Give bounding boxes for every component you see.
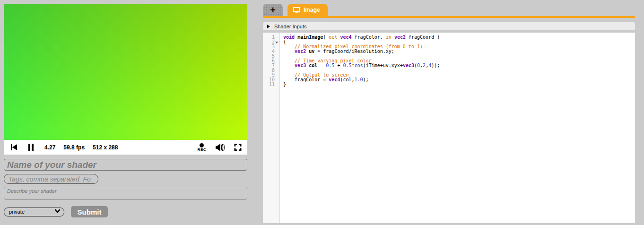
fullscreen-button[interactable]: [234, 144, 242, 151]
add-tab-button[interactable]: +: [263, 4, 283, 16]
shader-name-input[interactable]: [4, 159, 247, 171]
expand-arrow-icon: [267, 25, 270, 28]
tab-bar: + Image: [263, 4, 635, 16]
code-lines[interactable]: void mainImage( out vec4 fragColor, in v…: [280, 33, 635, 223]
description-textarea[interactable]: [4, 187, 247, 200]
code-line[interactable]: vec2 uv = fragCoord/iResolution.xy;: [283, 49, 635, 54]
shader-inputs-toggle[interactable]: Shader Inputs: [263, 22, 635, 30]
fold-arrow-icon[interactable]: [275, 42, 278, 43]
pause-icon: [28, 144, 34, 151]
tags-input[interactable]: [4, 174, 98, 184]
time-display: 4.27: [44, 144, 55, 151]
resolution-display: 512 x 288: [93, 144, 118, 151]
record-label: REC: [198, 148, 206, 152]
shader-canvas[interactable]: [4, 4, 247, 140]
shadertoy-new-shader-page: { "player": { "time": "4.27", "fps": "59…: [0, 0, 644, 225]
code-line[interactable]: vec3 col = 0.5 + 0.5*cos(iTime+uv.xyx+ve…: [283, 63, 635, 68]
code-line[interactable]: fragColor = vec4(col,1.0);: [283, 78, 635, 82]
visibility-select[interactable]: private: [4, 208, 64, 216]
code-editor[interactable]: 1234567891011 void mainImage( out vec4 f…: [263, 33, 635, 223]
tab-accent-bar: [263, 16, 635, 18]
player-bar: 4.27 59.8 fps 512 x 288 REC: [4, 140, 247, 155]
fps-display: 59.8 fps: [63, 144, 85, 151]
record-dot-icon: [200, 143, 204, 147]
skip-to-start-icon: [10, 144, 17, 151]
tab-image-label: Image: [304, 7, 320, 13]
record-button[interactable]: REC: [198, 143, 206, 152]
speaker-icon: [216, 144, 225, 151]
code-line[interactable]: void mainImage( out vec4 fragColor, in v…: [283, 35, 635, 40]
pause-button[interactable]: [28, 144, 34, 151]
editor-panel: + Image Shader Inputs 1234567891011 void…: [263, 4, 635, 223]
tab-image[interactable]: Image: [287, 4, 328, 16]
publish-form: private Submit: [4, 159, 247, 217]
shader-inputs-label: Shader Inputs: [274, 24, 307, 29]
line-number-gutter: 1234567891011: [263, 33, 280, 223]
rewind-button[interactable]: [10, 144, 17, 151]
monitor-icon: [293, 7, 300, 13]
preview-panel: 4.27 59.8 fps 512 x 288 REC: [4, 4, 247, 217]
submit-button[interactable]: Submit: [71, 206, 108, 217]
code-line[interactable]: }: [283, 82, 635, 87]
fullscreen-icon: [234, 144, 242, 151]
volume-button[interactable]: [216, 144, 225, 151]
